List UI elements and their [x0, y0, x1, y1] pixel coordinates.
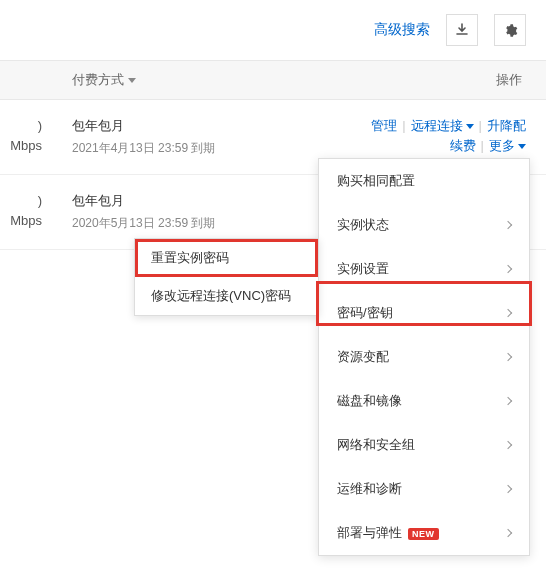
resource-change-item[interactable]: 资源变配	[319, 335, 529, 379]
instance-settings-item[interactable]: 实例设置	[319, 247, 529, 291]
payment-type-label: 包年包月	[72, 191, 215, 211]
network-security-item[interactable]: 网络和安全组	[319, 423, 529, 467]
caret-down-icon	[128, 78, 136, 83]
gear-icon	[503, 23, 518, 38]
action-header: 操作	[496, 71, 522, 89]
chevron-right-icon	[504, 353, 512, 361]
export-button[interactable]	[446, 14, 478, 46]
chevron-right-icon	[504, 485, 512, 493]
download-icon	[455, 23, 469, 37]
payment-cell: 包年包月 2021年4月13日 23:59 到期	[72, 116, 215, 158]
new-badge: NEW	[408, 528, 439, 540]
chevron-right-icon	[504, 221, 512, 229]
advanced-search-link[interactable]: 高级搜索	[374, 21, 430, 39]
settings-button[interactable]	[494, 14, 526, 46]
table-header: 付费方式 操作	[0, 60, 546, 100]
scale-link[interactable]: 升降配	[487, 118, 526, 133]
caret-down-icon	[518, 144, 526, 149]
modify-vnc-password-item[interactable]: 修改远程连接(VNC)密码	[135, 277, 318, 315]
disk-image-item[interactable]: 磁盘和镜像	[319, 379, 529, 423]
payment-method-header[interactable]: 付费方式	[72, 71, 136, 89]
ops-diagnosis-item[interactable]: 运维和诊断	[319, 467, 529, 511]
renew-link[interactable]: 续费	[450, 138, 476, 153]
bandwidth-fragment: ) Mbps	[0, 116, 42, 158]
deploy-elastic-item[interactable]: 部署与弹性NEW	[319, 511, 529, 555]
password-key-item[interactable]: 密码/密钥	[319, 291, 529, 335]
chevron-right-icon	[504, 441, 512, 449]
payment-type-label: 包年包月	[72, 116, 215, 136]
payment-method-header-label: 付费方式	[72, 71, 124, 89]
expiry-label: 2020年5月13日 23:59 到期	[72, 213, 215, 233]
chevron-right-icon	[504, 397, 512, 405]
more-dropdown: 购买相同配置 实例状态 实例设置 密码/密钥 资源变配 磁盘和镜像 网络和安全组…	[318, 158, 530, 556]
reset-instance-password-item[interactable]: 重置实例密码	[135, 239, 318, 277]
remote-connect-link[interactable]: 远程连接	[411, 116, 474, 136]
payment-cell: 包年包月 2020年5月13日 23:59 到期	[72, 191, 215, 233]
more-link[interactable]: 更多	[489, 136, 526, 156]
manage-link[interactable]: 管理	[371, 118, 397, 133]
expiry-label: 2021年4月13日 23:59 到期	[72, 138, 215, 158]
password-submenu: 重置实例密码 修改远程连接(VNC)密码	[134, 238, 319, 316]
row-actions: 管理|远程连接|升降配 续费|更多	[371, 116, 526, 156]
caret-down-icon	[466, 124, 474, 129]
buy-same-config-item[interactable]: 购买相同配置	[319, 159, 529, 203]
chevron-right-icon	[504, 309, 512, 317]
chevron-right-icon	[504, 265, 512, 273]
instance-status-item[interactable]: 实例状态	[319, 203, 529, 247]
top-bar: 高级搜索	[0, 0, 546, 60]
bandwidth-fragment: ) Mbps	[0, 191, 42, 233]
chevron-right-icon	[504, 529, 512, 537]
